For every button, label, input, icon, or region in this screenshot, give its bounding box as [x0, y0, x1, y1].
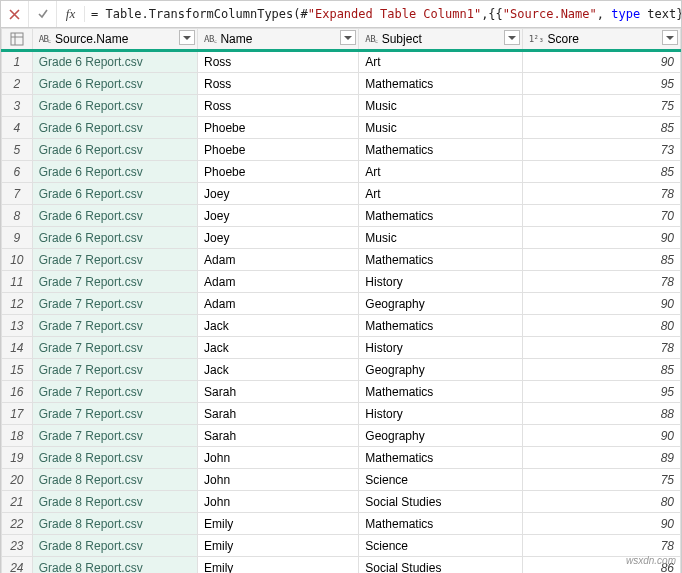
table-row[interactable]: 7Grade 6 Report.csvJoeyArt78: [2, 183, 681, 205]
row-number[interactable]: 22: [2, 513, 33, 535]
row-number[interactable]: 13: [2, 315, 33, 337]
cell-source-name[interactable]: Grade 8 Report.csv: [32, 491, 197, 513]
cell-score[interactable]: 73: [522, 139, 680, 161]
formula-input[interactable]: = Table.TransformColumnTypes(#"Expanded …: [85, 7, 681, 21]
table-row[interactable]: 14Grade 7 Report.csvJackHistory78: [2, 337, 681, 359]
cell-subject[interactable]: Mathematics: [359, 73, 522, 95]
cell-name[interactable]: Phoebe: [198, 161, 359, 183]
row-number[interactable]: 10: [2, 249, 33, 271]
cell-name[interactable]: Phoebe: [198, 139, 359, 161]
filter-dropdown-button[interactable]: [504, 30, 520, 45]
cell-source-name[interactable]: Grade 7 Report.csv: [32, 315, 197, 337]
cell-score[interactable]: 85: [522, 249, 680, 271]
cell-source-name[interactable]: Grade 6 Report.csv: [32, 95, 197, 117]
cell-subject[interactable]: Music: [359, 227, 522, 249]
cell-source-name[interactable]: Grade 7 Report.csv: [32, 425, 197, 447]
table-row[interactable]: 8Grade 6 Report.csvJoeyMathematics70: [2, 205, 681, 227]
table-row[interactable]: 5Grade 6 Report.csvPhoebeMathematics73: [2, 139, 681, 161]
row-number[interactable]: 9: [2, 227, 33, 249]
cell-name[interactable]: Joey: [198, 227, 359, 249]
table-row[interactable]: 21Grade 8 Report.csvJohnSocial Studies80: [2, 491, 681, 513]
cell-source-name[interactable]: Grade 6 Report.csv: [32, 117, 197, 139]
table-row[interactable]: 2Grade 6 Report.csvRossMathematics95: [2, 73, 681, 95]
filter-dropdown-button[interactable]: [340, 30, 356, 45]
cell-name[interactable]: Sarah: [198, 381, 359, 403]
column-header-source-name[interactable]: Source.Name: [32, 29, 197, 51]
cell-name[interactable]: John: [198, 491, 359, 513]
column-header-subject[interactable]: Subject: [359, 29, 522, 51]
cell-source-name[interactable]: Grade 7 Report.csv: [32, 359, 197, 381]
cell-name[interactable]: Emily: [198, 535, 359, 557]
row-number[interactable]: 3: [2, 95, 33, 117]
cell-name[interactable]: Joey: [198, 205, 359, 227]
cell-source-name[interactable]: Grade 7 Report.csv: [32, 403, 197, 425]
cell-subject[interactable]: Music: [359, 95, 522, 117]
column-header-name[interactable]: Name: [198, 29, 359, 51]
table-row[interactable]: 4Grade 6 Report.csvPhoebeMusic85: [2, 117, 681, 139]
cell-score[interactable]: 85: [522, 359, 680, 381]
table-row[interactable]: 13Grade 7 Report.csvJackMathematics80: [2, 315, 681, 337]
cell-name[interactable]: Emily: [198, 513, 359, 535]
table-row[interactable]: 17Grade 7 Report.csvSarahHistory88: [2, 403, 681, 425]
row-number[interactable]: 16: [2, 381, 33, 403]
cell-name[interactable]: Adam: [198, 293, 359, 315]
cell-score[interactable]: 80: [522, 491, 680, 513]
cell-score[interactable]: 80: [522, 315, 680, 337]
cell-source-name[interactable]: Grade 6 Report.csv: [32, 227, 197, 249]
cell-score[interactable]: 90: [522, 227, 680, 249]
cell-score[interactable]: 78: [522, 271, 680, 293]
cell-score[interactable]: 95: [522, 73, 680, 95]
cell-subject[interactable]: Art: [359, 183, 522, 205]
cell-name[interactable]: Joey: [198, 183, 359, 205]
row-number[interactable]: 6: [2, 161, 33, 183]
cell-name[interactable]: Ross: [198, 95, 359, 117]
cell-source-name[interactable]: Grade 8 Report.csv: [32, 447, 197, 469]
table-row[interactable]: 9Grade 6 Report.csvJoeyMusic90: [2, 227, 681, 249]
cell-score[interactable]: 90: [522, 51, 680, 73]
cell-name[interactable]: Adam: [198, 249, 359, 271]
cell-subject[interactable]: History: [359, 337, 522, 359]
cell-source-name[interactable]: Grade 7 Report.csv: [32, 271, 197, 293]
row-number[interactable]: 15: [2, 359, 33, 381]
cell-subject[interactable]: History: [359, 271, 522, 293]
cell-subject[interactable]: Art: [359, 161, 522, 183]
cell-score[interactable]: 90: [522, 513, 680, 535]
row-number[interactable]: 17: [2, 403, 33, 425]
table-row[interactable]: 6Grade 6 Report.csvPhoebeArt85: [2, 161, 681, 183]
table-row[interactable]: 16Grade 7 Report.csvSarahMathematics95: [2, 381, 681, 403]
table-row[interactable]: 19Grade 8 Report.csvJohnMathematics89: [2, 447, 681, 469]
cell-subject[interactable]: Art: [359, 51, 522, 73]
cell-score[interactable]: 78: [522, 183, 680, 205]
cell-score[interactable]: 75: [522, 469, 680, 491]
row-number[interactable]: 14: [2, 337, 33, 359]
row-number[interactable]: 11: [2, 271, 33, 293]
cell-name[interactable]: Jack: [198, 315, 359, 337]
cell-name[interactable]: Jack: [198, 337, 359, 359]
cell-subject[interactable]: Mathematics: [359, 447, 522, 469]
cell-source-name[interactable]: Grade 8 Report.csv: [32, 535, 197, 557]
row-number[interactable]: 1: [2, 51, 33, 73]
table-row[interactable]: 3Grade 6 Report.csvRossMusic75: [2, 95, 681, 117]
cell-subject[interactable]: Social Studies: [359, 557, 522, 574]
cell-subject[interactable]: Mathematics: [359, 139, 522, 161]
table-row[interactable]: 23Grade 8 Report.csvEmilyScience78: [2, 535, 681, 557]
cell-source-name[interactable]: Grade 6 Report.csv: [32, 161, 197, 183]
cell-subject[interactable]: Science: [359, 469, 522, 491]
table-row[interactable]: 15Grade 7 Report.csvJackGeography85: [2, 359, 681, 381]
filter-dropdown-button[interactable]: [179, 30, 195, 45]
table-row[interactable]: 1Grade 6 Report.csvRossArt90: [2, 51, 681, 73]
row-number[interactable]: 23: [2, 535, 33, 557]
table-row[interactable]: 24Grade 8 Report.csvEmilySocial Studies8…: [2, 557, 681, 574]
cell-subject[interactable]: Geography: [359, 425, 522, 447]
cell-score[interactable]: 95: [522, 381, 680, 403]
cell-name[interactable]: John: [198, 469, 359, 491]
row-number[interactable]: 19: [2, 447, 33, 469]
cell-score[interactable]: 89: [522, 447, 680, 469]
cell-name[interactable]: Ross: [198, 73, 359, 95]
cell-name[interactable]: Sarah: [198, 403, 359, 425]
cell-name[interactable]: Emily: [198, 557, 359, 574]
cell-source-name[interactable]: Grade 6 Report.csv: [32, 183, 197, 205]
table-row[interactable]: 11Grade 7 Report.csvAdamHistory78: [2, 271, 681, 293]
cell-score[interactable]: 85: [522, 161, 680, 183]
table-row[interactable]: 18Grade 7 Report.csvSarahGeography90: [2, 425, 681, 447]
